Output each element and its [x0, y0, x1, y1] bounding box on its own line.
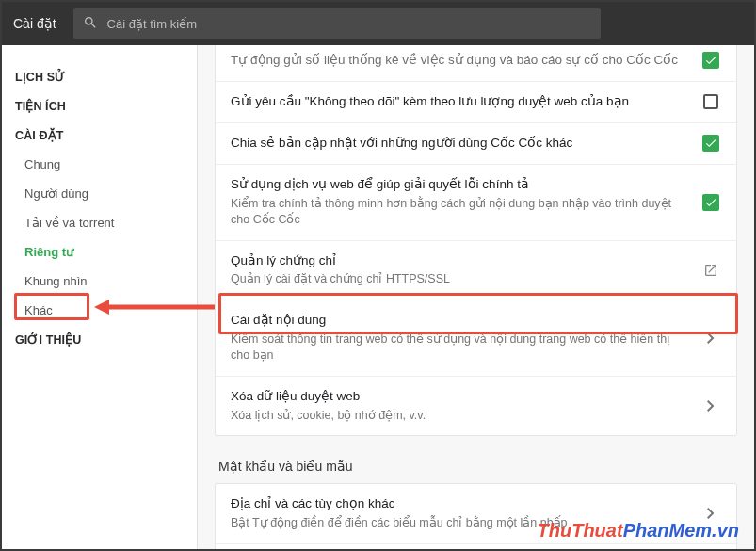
row-share-updates[interactable]: Chia sẻ bản cập nhật với những người dùn… — [216, 123, 736, 165]
chevron-right-icon — [700, 508, 721, 519]
section-title-forms: Mật khẩu và biểu mẫu — [218, 459, 733, 474]
external-link-icon — [700, 263, 721, 278]
row-do-not-track[interactable]: Gửi yêu cầu "Không theo dõi" kèm theo lư… — [216, 82, 736, 123]
row-subtitle: Kiểm tra chính tả thông minh hơn bằng cá… — [231, 196, 689, 229]
row-payments[interactable]: Phương thức thanh toán Bật tính năng Tự … — [216, 544, 736, 549]
sidebar-item-privacy[interactable]: Riêng tư — [15, 237, 197, 267]
row-title: Cài đặt nội dung — [231, 312, 689, 330]
checkbox-on[interactable] — [700, 194, 721, 211]
search-input[interactable] — [107, 17, 591, 31]
sidebar-section-history[interactable]: LỊCH SỬ — [15, 62, 197, 91]
row-subtitle: Bật Tự động điền để điền các biểu mẫu ch… — [231, 515, 689, 532]
row-subtitle: Quản lý cài đặt và chứng chỉ HTTPS/SSL — [231, 271, 689, 288]
page-title: Cài đặt — [13, 16, 56, 31]
sidebar-item-other[interactable]: Khác — [15, 296, 197, 325]
sidebar-item-downloads[interactable]: Tải về và torrent — [15, 208, 197, 237]
row-subtitle: Kiểm soát thông tin trang web có thể sử … — [231, 332, 689, 365]
row-title: Tự động gửi số liệu thống kê về việc sử … — [231, 52, 689, 70]
forms-card: Địa chỉ và các tùy chọn khác Bật Tự động… — [215, 483, 737, 549]
row-title: Quản lý chứng chỉ — [231, 252, 689, 270]
sidebar-item-general[interactable]: Chung — [15, 150, 197, 179]
row-title: Địa chỉ và các tùy chọn khác — [231, 495, 689, 513]
row-title: Sử dụng dịch vụ web để giúp giải quyết l… — [231, 176, 689, 194]
row-spellcheck[interactable]: Sử dụng dịch vụ web để giúp giải quyết l… — [216, 165, 736, 241]
header-bar: Cài đặt — [2, 2, 754, 45]
checkbox-on[interactable] — [700, 52, 721, 69]
row-title: Gửi yêu cầu "Không theo dõi" kèm theo lư… — [231, 93, 689, 111]
sidebar-section-settings[interactable]: CÀI ĐẶT — [15, 121, 197, 150]
checkbox-off[interactable] — [700, 94, 721, 109]
search-icon — [83, 15, 98, 33]
row-content-settings[interactable]: Cài đặt nội dung Kiểm soát thông tin tra… — [216, 300, 736, 377]
main-panel: Tự động gửi số liệu thống kê về việc sử … — [198, 45, 754, 549]
sidebar: LỊCH SỬ TIỆN ÍCH CÀI ĐẶT Chung Người dùn… — [2, 45, 198, 549]
row-subtitle: Xóa lịch sử, cookie, bộ nhớ đệm, v.v. — [231, 408, 689, 425]
sidebar-item-appearance[interactable]: Khung nhìn — [15, 267, 197, 296]
row-title: Chia sẻ bản cập nhật với những người dùn… — [231, 135, 689, 153]
row-usage-stats[interactable]: Tự động gửi số liệu thống kê về việc sử … — [216, 45, 736, 82]
chevron-right-icon — [700, 332, 721, 344]
sidebar-section-about[interactable]: GIỚI THIỆU — [15, 325, 197, 354]
sidebar-item-users[interactable]: Người dùng — [15, 179, 197, 208]
sidebar-section-extensions[interactable]: TIỆN ÍCH — [15, 91, 197, 121]
search-box[interactable] — [73, 8, 601, 39]
privacy-settings-card: Tự động gửi số liệu thống kê về việc sử … — [215, 45, 737, 436]
row-addresses[interactable]: Địa chỉ và các tùy chọn khác Bật Tự động… — [216, 484, 736, 543]
row-manage-certs[interactable]: Quản lý chứng chỉ Quản lý cài đặt và chứ… — [216, 241, 736, 300]
row-clear-data[interactable]: Xóa dữ liệu duyệt web Xóa lịch sử, cooki… — [216, 377, 736, 435]
chevron-right-icon — [700, 400, 721, 412]
checkbox-on[interactable] — [700, 135, 721, 152]
row-title: Xóa dữ liệu duyệt web — [231, 388, 689, 406]
